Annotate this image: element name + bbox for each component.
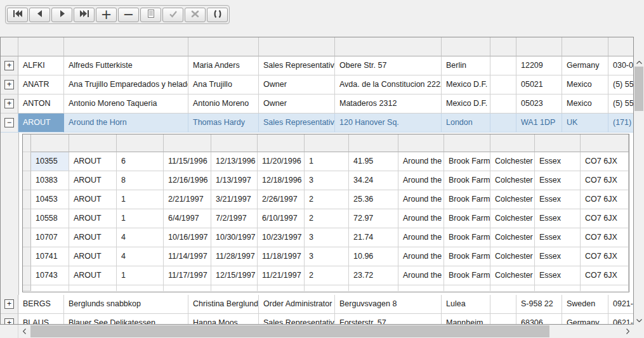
cell-contact-title[interactable]: Owner (259, 94, 335, 114)
cell-order-date[interactable]: 2/21/1997 (164, 190, 211, 209)
cell-employee-id[interactable]: 1 (117, 190, 164, 209)
cell-freight[interactable]: 21.74 (349, 228, 398, 247)
show-form-button[interactable] (140, 8, 161, 22)
cell-required-date[interactable]: 1/13/1997 (211, 171, 258, 190)
order-column-header[interactable] (117, 134, 164, 152)
row-expander-button[interactable]: + (4, 80, 14, 89)
cell-contact-name[interactable]: Hanna Moos (188, 314, 259, 325)
row-header[interactable]: + (1, 295, 18, 314)
cell-contact-title[interactable]: Owner (259, 75, 335, 94)
order-row[interactable]: 10383 AROUT 8 12/16/1996 1/13/1997 12/18… (23, 171, 629, 190)
row-header[interactable]: + (1, 75, 18, 94)
row-header[interactable]: + (1, 314, 18, 325)
order-column-header[interactable] (258, 134, 305, 152)
row-header[interactable]: + (1, 94, 18, 114)
cell-contact-title[interactable]: Order Administrator (259, 295, 335, 314)
cell-ship-postal-code[interactable]: CO7 6JX (581, 190, 629, 209)
cell-postal-code[interactable]: S-958 22 (516, 295, 562, 314)
cell-ship-postal-code[interactable]: CO7 6JX (581, 209, 629, 228)
cell-postal-code[interactable]: WA1 1DP (516, 114, 562, 133)
order-row-header[interactable] (23, 266, 31, 285)
cell-shipped-date[interactable]: 2/26/1997 (258, 190, 305, 209)
cell-ship-postal-code[interactable]: CO7 6JX (581, 266, 629, 285)
cell-required-date[interactable]: 12/13/1996 (211, 152, 258, 171)
order-column-header[interactable] (535, 134, 581, 152)
order-row[interactable]: 10453 AROUT 1 2/21/1997 3/21/1997 2/26/1… (23, 190, 629, 209)
order-row-header[interactable] (23, 247, 31, 266)
order-new-row[interactable] (23, 285, 629, 291)
cell-ship-address[interactable]: Brook Farm S (444, 171, 490, 190)
cell-shipped-date[interactable]: 11/21/1997 (258, 266, 305, 285)
customer-row[interactable]: + BERGS Berglunds snabbkop Christina Ber… (1, 295, 633, 314)
cell-ship-city[interactable]: Colchester (490, 266, 535, 285)
cell-ship-name[interactable]: Around the H (398, 266, 444, 285)
cell-company-name[interactable]: Berglunds snabbkop (64, 295, 188, 314)
cell-postal-code[interactable]: 05023 (516, 94, 562, 114)
cell-contact-name[interactable]: Ana Trujillo (188, 75, 259, 94)
cell-phone[interactable]: (5) 555 (608, 75, 634, 94)
row-expander-button[interactable]: + (4, 99, 14, 108)
cell-customer-id[interactable]: ALFKI (18, 56, 64, 75)
cell-ship-city[interactable]: Colchester (490, 171, 535, 190)
row-header[interactable]: + (1, 56, 18, 75)
cell-ship-region[interactable]: Essex (535, 209, 581, 228)
cell-employee-id[interactable]: 6 (117, 152, 164, 171)
cell-ship-city[interactable]: Colchester (490, 209, 535, 228)
move-last-button[interactable] (74, 8, 95, 22)
cell-country[interactable]: UK (562, 114, 608, 133)
cell-country[interactable]: Mexico (562, 94, 608, 114)
cell-address[interactable]: Avda. de la Constitucion 2222 (335, 75, 442, 94)
column-header[interactable] (608, 37, 634, 56)
cell-required-date[interactable]: 11/28/1997 (211, 247, 258, 266)
cell-customer-id[interactable]: AROUT (69, 171, 117, 190)
order-row[interactable]: 10558 AROUT 1 6/4/1997 7/2/1997 6/10/199… (23, 209, 629, 228)
cell-ship-via[interactable]: 3 (305, 171, 349, 190)
cell-city[interactable]: Mexico D.F. (442, 75, 490, 94)
cell-country[interactable]: Germany (562, 56, 608, 75)
cell-ship-address[interactable]: Brook Farm S (444, 209, 490, 228)
order-row-header[interactable] (23, 209, 31, 228)
cell-ship-region[interactable]: Essex (535, 266, 581, 285)
row-expander-button[interactable]: + (4, 318, 14, 325)
cell-ship-name[interactable]: Around the H (398, 247, 444, 266)
cell-order-id[interactable]: 10741 (31, 247, 69, 266)
cell-ship-city[interactable]: Colchester (490, 152, 535, 171)
cell-region[interactable] (490, 56, 516, 75)
cancel-button[interactable] (185, 8, 206, 22)
cell-shipped-date[interactable]: 6/10/1997 (258, 209, 305, 228)
cell-ship-name[interactable]: Around the H (398, 171, 444, 190)
cell-shipped-date[interactable]: 12/18/1996 (258, 171, 305, 190)
cell-ship-address[interactable]: Brook Farm S (444, 228, 490, 247)
cell-address[interactable]: 120 Hanover Sq. (335, 114, 442, 133)
order-column-header[interactable] (31, 134, 69, 152)
cell-customer-id[interactable]: AROUT (18, 114, 64, 133)
scroll-up-button[interactable] (634, 56, 644, 67)
order-column-header[interactable] (490, 134, 535, 152)
order-column-header[interactable] (349, 134, 398, 152)
commit-button[interactable] (162, 8, 183, 22)
cell-address[interactable]: Berguvsvagen 8 (335, 295, 442, 314)
cell-company-name[interactable]: Alfreds Futterkiste (64, 56, 188, 75)
cell-required-date[interactable]: 12/15/1997 (211, 266, 258, 285)
cell-phone[interactable]: 0621-0 (608, 314, 634, 325)
customer-row[interactable]: + ANTON Antonio Moreno Taqueria Antonio … (1, 94, 633, 114)
scroll-left-button[interactable] (18, 325, 30, 338)
cell-order-id[interactable]: 10707 (31, 228, 69, 247)
cell-order-id[interactable]: 10743 (31, 266, 69, 285)
cell-freight[interactable]: 10.96 (349, 247, 398, 266)
cell-ship-region[interactable]: Essex (535, 247, 581, 266)
cell-employee-id[interactable]: 1 (117, 266, 164, 285)
customer-row[interactable]: + ANATR Ana Trujillo Emparedados y helad… (1, 75, 633, 94)
refresh-button[interactable] (207, 8, 228, 22)
cell-customer-id[interactable]: BERGS (18, 295, 64, 314)
row-header[interactable]: − (1, 114, 18, 133)
cell-order-date[interactable]: 11/14/1997 (164, 247, 211, 266)
move-next-button[interactable] (51, 8, 72, 22)
cell-freight[interactable]: 41.95 (349, 152, 398, 171)
row-expander-button[interactable]: + (4, 299, 14, 309)
cell-ship-via[interactable]: 2 (305, 266, 349, 285)
cell-region[interactable] (490, 295, 516, 314)
cell-contact-title[interactable]: Sales Representative (259, 314, 335, 325)
cell-ship-via[interactable]: 1 (305, 152, 349, 171)
cell-shipped-date[interactable]: 11/18/1997 (258, 247, 305, 266)
